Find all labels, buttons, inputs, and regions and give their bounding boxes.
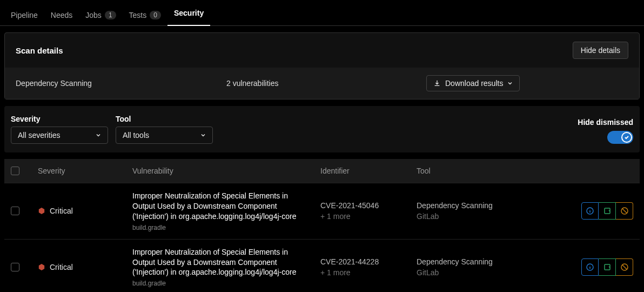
info-icon (586, 263, 594, 271)
tab-tests[interactable]: Tests0 (123, 4, 167, 25)
tab-badge: 0 (150, 11, 161, 19)
download-results-button[interactable]: Download results (426, 75, 520, 91)
dismiss-action-button[interactable] (616, 258, 633, 276)
severity-label: Severity (11, 115, 108, 123)
tab-pipeline[interactable]: Pipeline (4, 4, 44, 25)
tab-needs[interactable]: Needs (44, 4, 79, 25)
svg-marker-0 (39, 208, 44, 214)
header-identifier: Identifier (320, 167, 417, 175)
identifier-more: + 1 more (320, 212, 417, 221)
tab-badge: 1 (105, 11, 116, 19)
row-checkbox[interactable] (11, 263, 19, 271)
header-vulnerability: Vulnerability (132, 167, 320, 175)
chevron-down-icon (96, 132, 101, 138)
hide-dismissed-toggle[interactable] (607, 131, 633, 144)
tool-select[interactable]: All tools (116, 127, 213, 144)
tab-security[interactable]: Security (167, 4, 210, 26)
table-row: Critical Improper Neutralization of Spec… (4, 183, 640, 239)
chevron-down-icon (200, 132, 206, 138)
tab-label: Needs (51, 11, 72, 19)
filters-bar: Severity All severities Tool All tools H… (4, 106, 640, 152)
chevron-down-icon (507, 81, 513, 86)
vuln-file: build.gradle (132, 280, 312, 287)
severity-selected: All severities (18, 131, 61, 140)
dismiss-action-button[interactable] (616, 202, 633, 220)
tool-name: Dependency Scanning (417, 257, 541, 266)
scan-details-panel: Scan details Hide details Dependency Sca… (4, 32, 640, 99)
confirm-action-button[interactable] (599, 258, 616, 276)
severity-text: Critical (50, 207, 73, 215)
download-icon (433, 79, 441, 87)
info-action-button[interactable] (581, 202, 599, 220)
scan-type: Dependency Scanning (16, 79, 226, 88)
download-label: Download results (445, 79, 503, 88)
select-all-checkbox[interactable] (11, 167, 19, 175)
scan-row: Dependency Scanning 2 vulnerabilities Do… (5, 68, 639, 99)
tab-label: Security (174, 9, 204, 17)
identifier: CVE-2021-45046 (320, 201, 417, 210)
severity-critical-icon (38, 207, 45, 215)
tool-label: Tool (116, 115, 213, 123)
panel-header: Scan details Hide details (5, 33, 639, 68)
ban-icon (620, 207, 629, 215)
info-icon (586, 207, 594, 215)
table-header: Severity Vulnerability Identifier Tool (4, 159, 640, 183)
hide-dismissed-label: Hide dismissed (578, 118, 633, 127)
header-tool: Tool (417, 167, 541, 175)
issue-icon (603, 207, 612, 215)
hide-dismissed: Hide dismissed (578, 118, 633, 144)
issue-icon (603, 263, 612, 271)
severity-filter: Severity All severities (11, 115, 108, 144)
svg-marker-4 (39, 264, 44, 270)
severity-critical-icon (38, 263, 45, 271)
hide-details-button[interactable]: Hide details (573, 42, 628, 59)
tab-label: Pipeline (11, 11, 38, 19)
vuln-count: 2 vulnerabilities (226, 79, 426, 88)
tool-vendor: GitLab (417, 212, 541, 221)
tool-filter: Tool All tools (116, 115, 213, 144)
severity-select[interactable]: All severities (11, 127, 108, 144)
tool-selected: All tools (123, 131, 149, 140)
severity-text: Critical (50, 263, 73, 271)
panel-title: Scan details (16, 46, 63, 55)
identifier: CVE-2021-44228 (320, 257, 417, 266)
vuln-title[interactable]: Improper Neutralization of Special Eleme… (132, 191, 312, 222)
tool-vendor: GitLab (417, 268, 541, 277)
ban-icon (620, 263, 629, 271)
vulnerabilities-table: Severity Vulnerability Identifier Tool C… (4, 159, 640, 292)
table-row: Critical Improper Neutralization of Spec… (4, 239, 640, 292)
tabs-bar: Pipeline Needs Jobs1 Tests0 Security (0, 0, 644, 26)
vuln-file: build.gradle (132, 224, 312, 231)
tab-jobs[interactable]: Jobs1 (79, 4, 122, 25)
tab-label: Tests (129, 11, 147, 19)
identifier-more: + 1 more (320, 268, 417, 277)
info-action-button[interactable] (581, 258, 599, 276)
tab-label: Jobs (85, 11, 102, 19)
vuln-title[interactable]: Improper Neutralization of Special Eleme… (132, 247, 312, 278)
tool-name: Dependency Scanning (417, 201, 541, 210)
toggle-knob (621, 132, 632, 143)
header-severity: Severity (38, 167, 132, 175)
confirm-action-button[interactable] (599, 202, 616, 220)
check-icon (624, 135, 629, 140)
row-checkbox[interactable] (11, 207, 19, 215)
